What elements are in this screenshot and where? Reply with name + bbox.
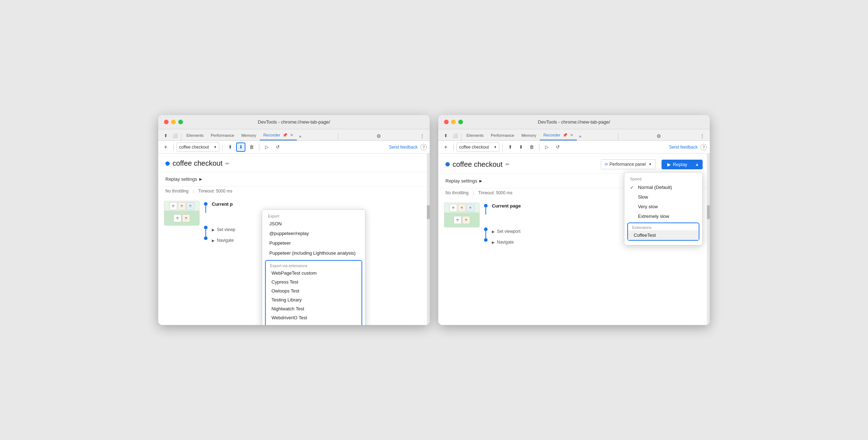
step-chevron-right: ▶ [492,230,495,234]
ext-owloops[interactable]: Owloops Test [266,286,361,295]
recorder-pin-icon-right: 📌 [563,133,568,137]
replay-settings-chevron-right: ▶ [479,179,482,183]
speed-very-slow-item[interactable]: Very slow [624,202,702,211]
main-content-right: coffee checkout ✏ ⟳ Performance panel ▼ … [438,154,710,325]
devtools-more-icon[interactable]: ⋮ [418,132,427,140]
more-tabs-icon[interactable]: » [297,132,304,140]
replay-main-btn[interactable]: ▶ Replay [662,160,692,169]
help-icon-left[interactable]: ? [420,144,427,150]
replay-settings-row-left[interactable]: Replay settings ▶ [165,176,423,182]
right-window: DevTools - chrome://new-tab-page/ ⬆ ⬜ El… [438,115,710,325]
delete-icon-right[interactable]: 🗑 [527,142,536,152]
scrollbar-left[interactable] [427,154,430,325]
timeline-connector-3-right [484,238,488,242]
replay-controls: ⟳ Performance panel ▼ ▶ Replay ▲ Speed ✓ [601,159,703,169]
performance-panel-btn[interactable]: ⟳ Performance panel ▼ [601,159,655,169]
add-recording-btn[interactable]: + [161,142,170,152]
timeline-connector-2-right [484,228,488,238]
timeline-connector [204,201,208,213]
title-bar-left: DevTools - chrome://new-tab-page/ [158,115,430,129]
export-btn[interactable]: ⬇ [236,142,245,152]
maximize-button-right[interactable] [458,120,463,124]
close-button-right[interactable] [444,120,449,124]
export-extensions-box: Export via extensions WebPageTest custom… [265,260,362,325]
window-title-right: DevTools - chrome://new-tab-page/ [538,119,610,125]
upload-icon[interactable]: ⬆ [225,142,235,152]
replay-loop-icon-right[interactable]: ↺ [553,142,562,152]
help-icon-right[interactable]: ? [700,144,707,150]
devtools-settings-icon[interactable]: ⚙ [374,132,383,140]
ext-cypress[interactable]: Cypress Test [266,278,361,286]
speed-label: Speed [624,175,702,182]
tab-recorder-close[interactable]: ✕ [290,133,293,137]
speed-normal-item[interactable]: ✓ Normal (Default) [624,182,702,192]
more-tabs-icon-right[interactable]: » [577,132,584,140]
scrollbar-thumb-left[interactable] [427,205,430,219]
export-icon-right[interactable]: ⬇ [516,142,525,152]
ext-get-extensions[interactable]: Get extensions... [266,322,361,325]
tab-elements-left[interactable]: Elements [183,131,207,140]
send-feedback-link-right[interactable]: Send feedback [669,145,698,150]
scrollbar-thumb-right[interactable] [707,205,710,219]
speed-slow-item[interactable]: Slow [624,192,702,202]
maximize-button[interactable] [178,120,183,124]
devtools-settings-icon-right[interactable]: ⚙ [654,132,663,140]
step-thumbnail-right: ☕ ☕ ☕ ☕ ☕ [444,202,480,228]
recording-header-right: coffee checkout ✏ ⟳ Performance panel ▼ … [438,154,710,174]
inspect-icon-right[interactable]: ⬜ [450,131,460,140]
step-replay-icon-right[interactable]: ▷ [542,142,552,152]
navigate-step[interactable]: ▶ Navigate [212,236,234,244]
tab-memory-right[interactable]: Memory [518,131,540,140]
ext-webdriverio[interactable]: WebdriverIO Test [266,313,361,322]
scrollbar-right[interactable] [707,154,710,325]
step-dot-3-right [484,238,488,242]
export-section-label: Export [262,212,365,219]
speed-dropdown: Speed ✓ Normal (Default) Slow Very slow [624,172,703,245]
edit-title-icon[interactable]: ✏ [225,161,230,166]
minimize-button[interactable] [171,120,176,124]
tab-elements-right[interactable]: Elements [463,131,487,140]
title-bar-right: DevTools - chrome://new-tab-page/ [438,115,710,129]
tab-recorder-left[interactable]: Recorder 📌 ✕ [260,131,297,140]
tab-memory-left[interactable]: Memory [238,131,260,140]
export-dropdown: Export JSON @puppeteer/replay Puppeteer … [262,209,365,325]
speed-extremely-slow-item[interactable]: Extremely slow [624,211,702,221]
coffeetest-item[interactable]: CoffeeTest [628,230,699,240]
tab-recorder-close-right[interactable]: ✕ [570,133,573,137]
tab-performance-left[interactable]: Performance [207,131,238,140]
inspect-icon[interactable]: ⬜ [170,131,180,140]
devtools-more-icon-right[interactable]: ⋮ [698,132,707,140]
step-chevron-2-right: ▶ [492,240,495,244]
export-puppeteer-lighthouse-item[interactable]: Puppeteer (including Lighthouse analysis… [262,248,365,259]
ext-webpagetest[interactable]: WebPageTest custom [266,269,361,278]
replay-meta-left: No throttling | Timeout: 5000 ms [158,186,430,198]
close-button[interactable] [164,120,169,124]
upload-icon-right[interactable]: ⬆ [505,142,515,152]
ext-nightwatch[interactable]: Nightwatch Test [266,304,361,313]
devtools-tab-bar-left: ⬆ ⬜ Elements Performance Memory Recorder… [158,129,430,141]
tab-recorder-right[interactable]: Recorder 📌 ✕ [540,131,577,140]
step-line-right [485,208,486,215]
step-replay-icon[interactable]: ▷ [262,142,271,152]
minimize-button-right[interactable] [451,120,456,124]
cursor-icon-right[interactable]: ⬆ [441,131,450,140]
send-feedback-link-left[interactable]: Send feedback [389,145,418,150]
set-viewport-step[interactable]: ▶ Set viewp [212,226,235,234]
delete-icon[interactable]: 🗑 [247,142,256,152]
tab-performance-right[interactable]: Performance [487,131,518,140]
export-puppeteer-item[interactable]: Puppeteer [262,238,365,248]
recording-status-dot [165,161,170,166]
recording-status-dot-right [445,162,450,166]
recording-selector-right[interactable]: coffee checkout ▼ [457,142,499,152]
recording-selector-left[interactable]: coffee checkout ▼ [176,142,219,152]
replay-dropdown-btn[interactable]: ▲ [692,160,702,169]
export-puppeteer-replay-item[interactable]: @puppeteer/replay [262,229,365,238]
cursor-icon[interactable]: ⬆ [161,131,170,140]
edit-title-icon-right[interactable]: ✏ [505,161,510,167]
ext-testing-library[interactable]: Testing Library [266,295,361,304]
step-chevron-2: ▶ [212,239,215,242]
add-recording-btn-right[interactable]: + [441,142,450,152]
speed-extensions-box: Extensions CoffeeTest [627,222,699,241]
export-json-item[interactable]: JSON [262,219,365,229]
replay-loop-icon[interactable]: ↺ [273,142,282,152]
